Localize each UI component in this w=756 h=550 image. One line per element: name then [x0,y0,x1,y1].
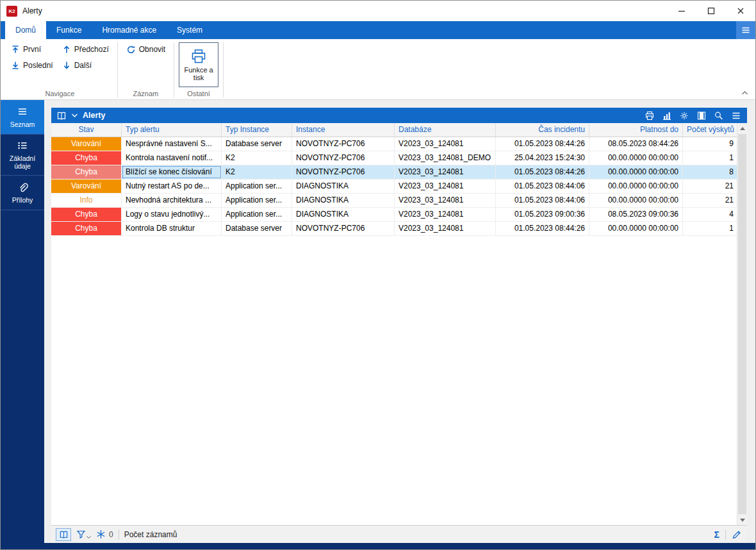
occurrences-cell: 9 [683,137,737,151]
instance-type-cell: Database server [222,137,292,151]
table-row[interactable]: Chyba Kontrola DB struktur Database serv… [51,222,737,236]
column-header-databaze[interactable]: Databáze [395,123,496,137]
occurrences-cell: 21 [683,179,737,193]
ribbon-collapse-button[interactable] [741,89,749,97]
ribbon: První Poslední Předchozí Další [1,39,755,100]
menu-icon [741,25,751,35]
status-cell: Varování [51,137,122,151]
freeze-indicator[interactable]: 0 [96,529,113,539]
status-cell: Info [51,194,122,207]
tab-funkce[interactable]: Funkce [46,21,92,39]
incident-time-cell: 25.04.2023 15:24:30 [496,151,589,165]
sidebar-item-prilohy[interactable]: Přílohy [1,176,44,210]
database-cell: V2023_03_124081 [395,222,496,235]
book-icon [56,111,67,121]
next-record-button[interactable]: Další [58,58,113,72]
functions-print-label: Funkce a tisk [179,66,218,81]
chart-button[interactable] [662,111,672,121]
scrollbar-thumb[interactable] [738,134,746,514]
statusbar-right: Σ [714,529,741,540]
chevron-down-icon [86,536,91,539]
previous-record-button[interactable]: Předchozí [58,42,113,56]
incident-time-cell: 01.05.2023 08:44:06 [496,179,589,193]
refresh-label: Obnovit [139,45,165,54]
table-row[interactable]: Chyba Logy o stavu jednotlivý... Applica… [51,208,737,222]
first-record-button[interactable]: První [7,42,57,56]
status-cell: Chyba [51,208,122,221]
columns-button[interactable] [696,111,707,121]
book-view-button[interactable] [56,111,67,121]
column-header-instance[interactable]: Instance [292,123,395,137]
column-header-cas-incidentu[interactable]: Čas incidentu [496,123,589,137]
refresh-button[interactable]: Obnovit [122,42,169,56]
column-header-pocet-vyskytu[interactable]: Počet výskytů [683,123,738,137]
instance-cell: DIAGNOSTIKA [292,179,395,193]
book-view-toggle[interactable] [56,528,71,541]
minimize-button[interactable] [667,1,696,21]
arrow-down-icon [62,61,71,70]
refresh-icon [126,45,136,54]
chevron-down-icon [71,112,78,119]
incident-time-cell: 01.05.2023 09:00:36 [496,208,589,221]
incident-time-cell: 01.05.2023 08:44:26 [496,165,589,179]
next-record-label: Další [74,61,92,70]
tab-domu[interactable]: Domů [5,21,46,39]
scroll-up-button[interactable] [737,123,747,133]
edit-button[interactable] [732,529,741,539]
filter-button[interactable] [76,529,91,539]
functions-print-button[interactable]: Funkce a tisk [179,42,218,87]
main-area: Seznam Základní údaje Přílohy [1,100,755,543]
table-row[interactable]: Varování Nutný restart AS po de... Appli… [51,179,737,194]
incident-time-cell: 01.05.2023 08:44:26 [496,137,589,151]
instance-cell: NOVOTNYZ-PC706 [292,165,395,179]
group-label-other: Ostatní [179,87,218,99]
column-header-typ-instance[interactable]: Typ Instance [222,123,292,137]
arrow-to-top-icon [11,45,20,54]
column-header-stav[interactable]: Stav [51,123,122,137]
window-bottom-edge [1,543,755,549]
sidebar-item-zakladni-udaje[interactable]: Základní údaje [1,135,44,176]
alert-type-cell: Blížící se konec číslování [122,165,222,179]
occurrences-cell: 21 [683,194,737,207]
vertical-scrollbar[interactable] [737,123,747,525]
sidebar-item-seznam[interactable]: Seznam [1,100,44,135]
sum-button[interactable]: Σ [714,530,719,539]
close-button[interactable] [726,1,755,21]
maximize-button[interactable] [696,1,726,21]
ribbon-menu-button[interactable] [736,21,755,39]
last-record-button[interactable]: Poslední [7,58,57,72]
instance-type-cell: Application ser... [222,194,292,207]
search-settings-button[interactable] [714,111,724,121]
column-header-platnost-do[interactable]: Platnost do [589,123,683,137]
table-row[interactable]: Chyba Kontrola nastavení notif... K2 NOV… [51,151,737,165]
ribbon-group-other: Funkce a tisk Ostatní [175,39,222,99]
list-menu-icon [17,106,28,117]
tab-system[interactable]: Systém [167,21,213,39]
database-cell: V2023_03_124081_DEMO [395,151,496,165]
column-header-typ-alertu[interactable]: Typ alertu [122,123,222,137]
arrow-up-icon [62,45,71,54]
print-icon [645,111,655,121]
table-row-selected[interactable]: Chyba Blížící se konec číslování K2 NOVO… [51,165,737,179]
scroll-down-button[interactable] [737,515,747,525]
instance-cell: NOVOTNYZ-PC706 [292,137,395,151]
database-cell: V2023_03_124081 [395,179,496,193]
pencil-icon [732,529,741,539]
incident-time-cell: 01.05.2023 08:44:26 [496,222,589,235]
status-cell: Chyba [51,151,122,165]
triangle-down-icon [740,519,745,522]
app-logo-icon: K2 [6,6,17,17]
panel-dropdown-button[interactable] [71,112,78,119]
gear-button[interactable] [679,111,689,121]
tab-hromadne-akce[interactable]: Hromadné akce [92,21,167,39]
statusbar: 0 Počet záznamů Σ [51,525,747,543]
database-cell: V2023_03_124081 [395,165,496,179]
status-cell: Chyba [51,222,122,235]
sidebar: Seznam Základní údaje Přílohy [1,100,44,543]
table-row[interactable]: Varování Nesprávné nastavení S... Databa… [51,137,737,151]
instance-cell: DIAGNOSTIKA [292,194,395,207]
print-button[interactable] [645,111,655,121]
table-row[interactable]: Info Nevhodná architektura ... Applicati… [51,194,737,208]
panel-menu-button[interactable] [731,111,741,121]
book-icon [59,530,69,539]
